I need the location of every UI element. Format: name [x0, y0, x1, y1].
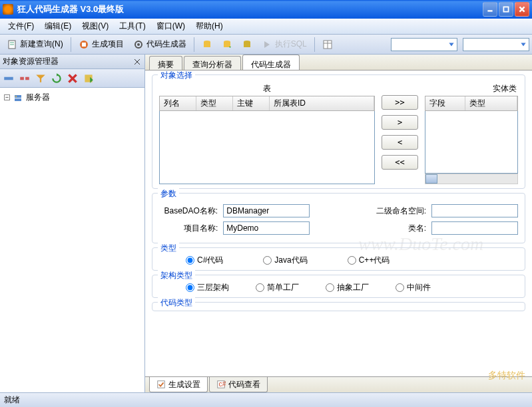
tool-button-4[interactable] — [318, 37, 337, 52]
entity-grid-header: 字段 类型 — [425, 96, 518, 111]
table-label: 表 — [159, 82, 375, 96]
menu-bar: 文件(F) 编辑(E) 视图(V) 工具(T) 窗口(W) 帮助(H) — [0, 19, 532, 35]
type-group: 类型 C#代码 Java代码 C++代码 — [152, 247, 525, 271]
ns2-input[interactable] — [431, 204, 518, 217]
tab-summary[interactable]: 摘要 — [149, 56, 182, 70]
tab-query-analyzer[interactable]: 查询分析器 — [184, 56, 241, 70]
server-icon — [13, 92, 23, 103]
col-name-header[interactable]: 列名 — [160, 96, 196, 110]
connect-icon[interactable] — [3, 72, 15, 84]
code-gen-button[interactable]: 代码生成器 — [129, 37, 190, 52]
menu-view[interactable]: 视图(V) — [77, 19, 114, 34]
classname-input[interactable] — [431, 221, 518, 235]
tab-gen-settings[interactable]: 生成设置 — [149, 377, 208, 392]
col-pk-header[interactable]: 主键 — [233, 96, 270, 110]
project-icon — [79, 39, 89, 50]
table-grid[interactable] — [159, 111, 375, 184]
exec-sql-label: 执行SQL — [275, 39, 307, 50]
tree-root-label: 服务器 — [26, 92, 50, 103]
code-gen-label: 代码生成器 — [146, 39, 186, 50]
grid-icon — [322, 39, 333, 50]
db-connect-icon — [202, 39, 212, 50]
menu-window[interactable]: 窗口(W) — [151, 19, 190, 34]
tab-code-generator[interactable]: 代码生成器 — [242, 55, 300, 70]
expand-icon[interactable]: − — [4, 94, 10, 100]
export-icon[interactable] — [83, 72, 95, 84]
gen-project-label: 生成项目 — [92, 39, 124, 50]
exec-sql-button[interactable]: 执行SQL — [258, 37, 311, 52]
menu-file[interactable]: 文件(F) — [3, 19, 39, 34]
radio-java[interactable]: Java代码 — [263, 255, 307, 266]
db-icon — [242, 39, 252, 50]
status-bar: 就绪 — [0, 392, 532, 407]
project-input[interactable] — [223, 221, 310, 235]
delete-icon[interactable] — [67, 72, 79, 84]
radio-three-tier[interactable]: 三层架构 — [186, 282, 229, 293]
move-right-button[interactable]: > — [382, 115, 418, 130]
project-label: 项目名称: — [159, 223, 218, 234]
radio-csharp[interactable]: C#代码 — [186, 255, 223, 266]
minimize-button[interactable] — [483, 2, 497, 17]
radio-middleware[interactable]: 中间件 — [396, 282, 431, 293]
move-all-left-button[interactable]: << — [382, 155, 418, 170]
panel-toolbar — [0, 69, 144, 88]
table-grid-header: 列名 类型 主键 所属表ID — [159, 96, 375, 111]
col-type-header[interactable]: 类型 — [196, 96, 233, 110]
radio-simple-factory[interactable]: 简单工厂 — [256, 282, 299, 293]
combo-1[interactable] — [391, 38, 457, 51]
radio-cpp[interactable]: C++代码 — [348, 255, 390, 266]
disconnect-icon[interactable] — [19, 72, 31, 84]
panel-close-button[interactable] — [133, 57, 142, 67]
tool-button-1[interactable] — [198, 37, 216, 52]
svg-rect-24 — [25, 76, 29, 80]
tree-view[interactable]: − 服务器 — [0, 88, 144, 392]
menu-tool[interactable]: 工具(T) — [114, 19, 150, 34]
svg-rect-23 — [20, 76, 24, 80]
code-type-group: 代码类型 — [152, 302, 525, 311]
classname-label: 类名: — [368, 223, 426, 234]
menu-edit[interactable]: 编辑(E) — [39, 19, 77, 34]
basedao-input[interactable] — [223, 204, 310, 217]
close-button[interactable] — [515, 2, 529, 17]
svg-rect-12 — [204, 42, 210, 47]
gear-icon — [133, 39, 144, 50]
tool-button-2[interactable] — [218, 37, 236, 52]
main-tab-bar: 摘要 查询分析器 代码生成器 — [145, 55, 532, 70]
app-icon — [3, 4, 13, 15]
window-title: 狂人代码生成器 V3.0最终版 — [17, 3, 483, 15]
svg-rect-16 — [244, 42, 250, 47]
gen-project-button[interactable]: 生成项目 — [75, 37, 128, 52]
new-query-button[interactable]: 新建查询(N) — [3, 37, 67, 52]
panel-title: 对象资源管理器 — [3, 56, 59, 67]
new-query-label: 新建查询(N) — [20, 39, 63, 50]
filter-icon[interactable] — [35, 72, 47, 84]
radio-abstract-factory[interactable]: 抽象工厂 — [326, 282, 369, 293]
status-text: 就绪 — [4, 394, 20, 406]
menu-help[interactable]: 帮助(H) — [190, 19, 228, 34]
svg-rect-31 — [158, 381, 165, 388]
move-left-button[interactable]: < — [382, 135, 418, 150]
col-field-header[interactable]: 字段 — [425, 96, 465, 110]
object-select-group: 对象选择 表 列名 类型 主键 所属表ID >> > — [152, 74, 525, 189]
tree-root-node[interactable]: − 服务器 — [3, 90, 142, 104]
col-tableid-header[interactable]: 所属表ID — [270, 96, 374, 110]
maximize-button[interactable] — [499, 2, 513, 17]
move-all-right-button[interactable]: >> — [382, 95, 418, 110]
col-type2-header[interactable]: 类型 — [465, 96, 517, 110]
svg-point-30 — [15, 96, 17, 97]
refresh-icon[interactable] — [51, 72, 63, 84]
arch-group: 架构类型 三层架构 简单工厂 抽象工厂 中间件 — [152, 275, 525, 298]
bottom-tab-bar: 生成设置 c# 代码查看 — [145, 376, 532, 392]
entity-hscroll[interactable] — [425, 174, 518, 184]
ns2-label: 二级命名空间: — [368, 205, 426, 217]
main-toolbar: 新建查询(N) 生成项目 代码生成器 执行SQL — [0, 35, 532, 55]
object-select-title: 对象选择 — [158, 70, 195, 81]
entity-grid[interactable] — [425, 111, 518, 174]
svg-text:c#: c# — [219, 380, 226, 388]
svg-rect-29 — [15, 98, 21, 101]
combo-2[interactable] — [463, 38, 529, 51]
settings-icon — [156, 380, 166, 389]
tool-button-3[interactable] — [238, 37, 256, 52]
code-type-title: 代码类型 — [158, 297, 195, 309]
tab-code-view[interactable]: c# 代码查看 — [209, 377, 268, 392]
